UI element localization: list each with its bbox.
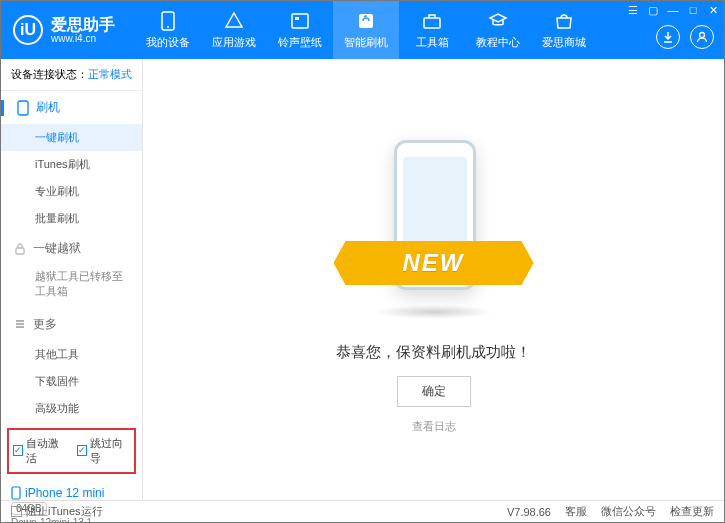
- checkbox-skip-guide[interactable]: ✓跳过向导: [77, 436, 131, 466]
- svg-rect-8: [16, 248, 24, 254]
- nav-label: 我的设备: [146, 35, 190, 50]
- device-name[interactable]: iPhone 12 mini: [11, 486, 132, 500]
- ok-button[interactable]: 确定: [397, 376, 471, 407]
- sidebar-item-other[interactable]: 其他工具: [1, 341, 142, 368]
- apps-icon: [224, 11, 244, 31]
- svg-rect-7: [18, 101, 28, 115]
- footer-link-support[interactable]: 客服: [565, 504, 587, 519]
- sidebar-item-firmware[interactable]: 下载固件: [1, 368, 142, 395]
- store-icon: [554, 11, 574, 31]
- block-itunes-label: 阻止iTunes运行: [26, 504, 103, 519]
- phone-icon: [158, 11, 178, 31]
- wallpaper-icon: [290, 11, 310, 31]
- nav-flash[interactable]: 智能刷机: [333, 1, 399, 59]
- skin-icon[interactable]: ▢: [646, 3, 660, 17]
- success-illustration: NEW: [324, 135, 544, 315]
- svg-rect-9: [12, 487, 20, 499]
- footer-link-update[interactable]: 检查更新: [670, 504, 714, 519]
- flash-icon: [356, 11, 376, 31]
- nav-label: 应用游戏: [212, 35, 256, 50]
- close-icon[interactable]: ✕: [706, 3, 720, 17]
- sidebar-item-itunes[interactable]: iTunes刷机: [1, 151, 142, 178]
- logo-icon: iU: [13, 15, 43, 45]
- user-icon[interactable]: [690, 25, 714, 49]
- brand-name: 爱思助手: [51, 16, 115, 34]
- phone-small-icon: [11, 486, 21, 500]
- phone-outline-icon: [16, 101, 30, 115]
- app-header: iU 爱思助手 www.i4.cn 我的设备 应用游戏 铃声壁纸 智能刷机 工具…: [1, 1, 724, 59]
- nav-label: 铃声壁纸: [278, 35, 322, 50]
- svg-point-1: [167, 26, 169, 28]
- nav-label: 智能刷机: [344, 35, 388, 50]
- top-nav: 我的设备 应用游戏 铃声壁纸 智能刷机 工具箱 教程中心 爱思商城: [135, 1, 597, 59]
- footer-link-wechat[interactable]: 微信公众号: [601, 504, 656, 519]
- conn-value: 正常模式: [88, 68, 132, 80]
- nav-label: 爱思商城: [542, 35, 586, 50]
- nav-apps[interactable]: 应用游戏: [201, 1, 267, 59]
- sidebar-more-label: 更多: [33, 316, 57, 333]
- toolbox-icon: [422, 11, 442, 31]
- minimize-icon[interactable]: —: [666, 3, 680, 17]
- window-controls: ☰ ▢ — □ ✕: [626, 3, 720, 17]
- lock-icon: [13, 242, 27, 256]
- version-label: V7.98.66: [507, 506, 551, 518]
- checkbox-block-itunes[interactable]: 阻止iTunes运行: [11, 504, 103, 519]
- sidebar-flash-label: 刷机: [36, 99, 60, 116]
- svg-rect-2: [292, 14, 308, 28]
- conn-label: 设备连接状态：: [11, 68, 88, 80]
- svg-rect-3: [295, 17, 299, 20]
- sidebar-item-oneclick[interactable]: 一键刷机: [1, 124, 142, 151]
- maximize-icon[interactable]: □: [686, 3, 700, 17]
- nav-tutorial[interactable]: 教程中心: [465, 1, 531, 59]
- nav-toolbox[interactable]: 工具箱: [399, 1, 465, 59]
- sidebar-jailbreak-label: 一键越狱: [33, 240, 81, 257]
- brand-logo: iU 爱思助手 www.i4.cn: [13, 15, 115, 45]
- sidebar-flash-header[interactable]: 刷机: [1, 91, 142, 124]
- view-log-link[interactable]: 查看日志: [412, 419, 456, 434]
- nav-my-device[interactable]: 我的设备: [135, 1, 201, 59]
- options-row: ✓自动激活 ✓跳过向导: [7, 428, 136, 474]
- jailbreak-note: 越狱工具已转移至工具箱: [1, 265, 142, 308]
- nav-label: 工具箱: [416, 35, 449, 50]
- svg-rect-5: [424, 18, 440, 28]
- sidebar-more-header[interactable]: 更多: [1, 308, 142, 341]
- nav-label: 教程中心: [476, 35, 520, 50]
- sidebar-item-advanced[interactable]: 高级功能: [1, 395, 142, 422]
- skip-guide-label: 跳过向导: [90, 436, 130, 466]
- list-icon: [13, 317, 27, 331]
- tutorial-icon: [488, 11, 508, 31]
- brand-url: www.i4.cn: [51, 33, 115, 44]
- menu-icon[interactable]: ☰: [626, 3, 640, 17]
- nav-ringtone[interactable]: 铃声壁纸: [267, 1, 333, 59]
- success-message: 恭喜您，保资料刷机成功啦！: [336, 343, 531, 362]
- checkbox-auto-activate[interactable]: ✓自动激活: [13, 436, 67, 466]
- sidebar: 设备连接状态：正常模式 刷机 一键刷机 iTunes刷机 专业刷机 批量刷机 一…: [1, 59, 143, 500]
- connection-status: 设备连接状态：正常模式: [1, 59, 142, 91]
- nav-store[interactable]: 爱思商城: [531, 1, 597, 59]
- new-ribbon: NEW: [334, 241, 534, 285]
- auto-activate-label: 自动激活: [26, 436, 66, 466]
- sidebar-item-batch[interactable]: 批量刷机: [1, 205, 142, 232]
- main-content: NEW 恭喜您，保资料刷机成功啦！ 确定 查看日志: [143, 59, 724, 500]
- sidebar-item-pro[interactable]: 专业刷机: [1, 178, 142, 205]
- sidebar-jailbreak-header[interactable]: 一键越狱: [1, 232, 142, 265]
- svg-point-6: [700, 33, 705, 38]
- download-icon[interactable]: [656, 25, 680, 49]
